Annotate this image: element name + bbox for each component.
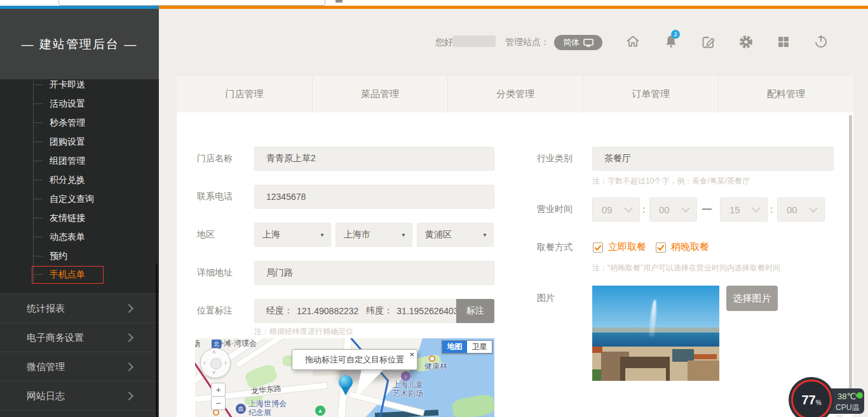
tab-order-management[interactable]: 订单管理 xyxy=(583,76,718,112)
sidebar-item-seckill[interactable]: 秒杀管理 xyxy=(50,116,85,129)
pickup-now-label[interactable]: 立即取餐 xyxy=(608,241,646,253)
dropdown-triangle-icon: ▼ xyxy=(482,232,487,238)
industry-note: 注：字数不超过10个字，例：美食/粤菜/茶餐厅 xyxy=(592,176,750,187)
section-label: 电子商务设置 xyxy=(27,332,84,343)
province-select[interactable]: 上海▼ xyxy=(254,223,331,247)
pan-down-icon[interactable]: ˅ xyxy=(212,369,215,376)
city-value: 上海市 xyxy=(344,229,370,241)
browser-addressbar-stub[interactable] xyxy=(58,0,325,6)
industry-input[interactable] xyxy=(592,147,834,171)
tree-tick xyxy=(33,237,43,237)
sidebar-scrollbar[interactable] xyxy=(156,263,158,417)
tab-dish-management[interactable]: 菜品管理 xyxy=(312,76,447,112)
tree-tick xyxy=(33,142,43,142)
close-minute-select[interactable]: 00 xyxy=(777,197,825,222)
address-input[interactable] xyxy=(254,261,494,285)
panel-scrollbar[interactable] xyxy=(849,115,852,404)
pan-right-icon[interactable]: › xyxy=(224,359,227,366)
pickup-later-checkbox[interactable] xyxy=(656,242,666,253)
map-pin[interactable] xyxy=(339,375,355,398)
choose-image-button[interactable]: 选择图片 xyxy=(726,286,778,311)
site-label: 管理站点： xyxy=(505,37,550,48)
section-label: 微信管理 xyxy=(27,361,65,372)
tree-tick xyxy=(33,161,43,161)
district-select[interactable]: 黄浦区▼ xyxy=(417,223,494,247)
sidebar-item-booking[interactable]: 预约 xyxy=(50,249,67,262)
gear-icon[interactable] xyxy=(738,34,754,50)
zoom-in-button[interactable]: + xyxy=(211,383,226,397)
province-value: 上海 xyxy=(262,229,280,241)
poi-dot[interactable] xyxy=(429,355,435,362)
photo-trees xyxy=(592,369,601,381)
sidebar-item-activity[interactable]: 活动设置 xyxy=(50,97,85,110)
cpu-gauge[interactable]: 77% xyxy=(791,380,832,417)
sidebar-section-ecommerce[interactable]: 电子商务设置 xyxy=(0,323,159,352)
sidebar-item-points[interactable]: 积分兑换 xyxy=(50,173,85,186)
mark-location-button[interactable]: 标注 xyxy=(456,299,494,323)
dropdown-triangle-icon: ▼ xyxy=(320,232,325,238)
home-icon[interactable] xyxy=(625,34,641,49)
address-label: 详细地址 xyxy=(197,267,233,279)
dropdown-triangle-icon: ▼ xyxy=(401,232,406,238)
tree-tick xyxy=(33,218,43,218)
tree-tick xyxy=(33,256,43,256)
tab-store-management[interactable]: 门店管理 xyxy=(177,76,312,112)
open-minute-select[interactable]: 00 xyxy=(649,197,697,222)
apps-grid-icon[interactable] xyxy=(776,34,791,50)
gauge-percent: 77 xyxy=(801,393,815,407)
sidebar-section-reports[interactable]: 统计报表 xyxy=(0,294,159,323)
sidebar-section-wechat[interactable]: 微信管理 xyxy=(0,352,159,381)
close-minute-value: 00 xyxy=(787,204,797,215)
map[interactable]: 场 外滩·湾璞会 龙华东路 血 上海世博会纪念展 ▲ 上海儿童艺术剧场 ♪ 健康… xyxy=(195,338,494,417)
check-icon xyxy=(594,243,601,251)
satellite-view-button[interactable]: 卫星 xyxy=(467,341,492,353)
pickup-now-checkbox[interactable] xyxy=(593,242,603,253)
power-icon[interactable] xyxy=(813,34,829,49)
map-pan-control[interactable]: ˄ ˅ ‹ › xyxy=(200,348,231,378)
chevron-right-icon xyxy=(125,392,133,400)
store-photo xyxy=(592,286,719,381)
park-poi-icon[interactable]: ▲ xyxy=(315,406,325,416)
theater-line1: 上海儿童 xyxy=(393,380,423,389)
section-label: 网站日志 xyxy=(27,390,65,401)
sidebar-item-card-gift[interactable]: 开卡即送 xyxy=(50,78,85,91)
greeting-text: 您好 xyxy=(435,37,453,48)
zoom-out-button[interactable]: − xyxy=(211,396,226,410)
accent-bar-orange xyxy=(159,6,868,9)
city-select[interactable]: 上海市▼ xyxy=(336,223,412,247)
sidebar-item-dynamic-form[interactable]: 动态表单 xyxy=(50,230,85,243)
browser-icon-fragment xyxy=(336,0,342,3)
pan-center-dot[interactable] xyxy=(210,358,222,369)
lng-label: 经度： xyxy=(266,305,293,317)
notification-badge: 2 xyxy=(671,30,680,39)
lat-value[interactable]: 31.1952626403 xyxy=(397,306,458,316)
phone-input[interactable] xyxy=(254,185,494,209)
map-view-button[interactable]: 地图 xyxy=(442,341,467,353)
chevron-right-icon xyxy=(125,362,133,371)
pickup-note: 注：“稍晚取餐”用户可以选择在营业时间内选择取餐时间 xyxy=(592,263,780,274)
store-name-input[interactable] xyxy=(254,147,494,171)
sidebar: — 建站管理后台 — 开卡即送 活动设置 秒杀管理 团购设置 组团管理 积分兑换… xyxy=(0,9,159,417)
open-hour-select[interactable]: 09 xyxy=(592,197,640,222)
map-type-toggle: 地图 卫星 xyxy=(442,340,492,354)
sidebar-item-links[interactable]: 友情链接 xyxy=(50,211,85,224)
poi-dot[interactable] xyxy=(213,409,219,416)
edit-icon[interactable] xyxy=(701,34,716,50)
pan-left-icon[interactable]: ‹ xyxy=(203,359,206,366)
sidebar-item-custom-query[interactable]: 自定义查询 xyxy=(50,192,94,205)
language-switch-button[interactable]: 简体 xyxy=(554,35,602,50)
sidebar-section-sitelog[interactable]: 网站日志 xyxy=(0,381,159,411)
lng-value[interactable]: 121.490882232 xyxy=(297,306,358,316)
sidebar-item-mobile-order[interactable]: 手机点单 xyxy=(50,268,85,281)
redacted-username xyxy=(452,36,496,47)
sidebar-item-groupbuy[interactable]: 团购设置 xyxy=(50,135,85,148)
museum-poi-icon[interactable]: 血 xyxy=(236,404,246,414)
close-hour-select[interactable]: 15 xyxy=(720,197,768,222)
sidebar-item-group[interactable]: 组团管理 xyxy=(50,154,85,167)
tab-category-management[interactable]: 分类管理 xyxy=(447,76,583,112)
pickup-later-label[interactable]: 稍晚取餐 xyxy=(671,241,709,253)
tooltip-close-icon[interactable]: × xyxy=(409,350,414,359)
pan-up-icon[interactable]: ˄ xyxy=(212,349,215,355)
open-minute-value: 00 xyxy=(659,204,670,215)
tab-ingredient-management[interactable]: 配料管理 xyxy=(718,76,853,112)
